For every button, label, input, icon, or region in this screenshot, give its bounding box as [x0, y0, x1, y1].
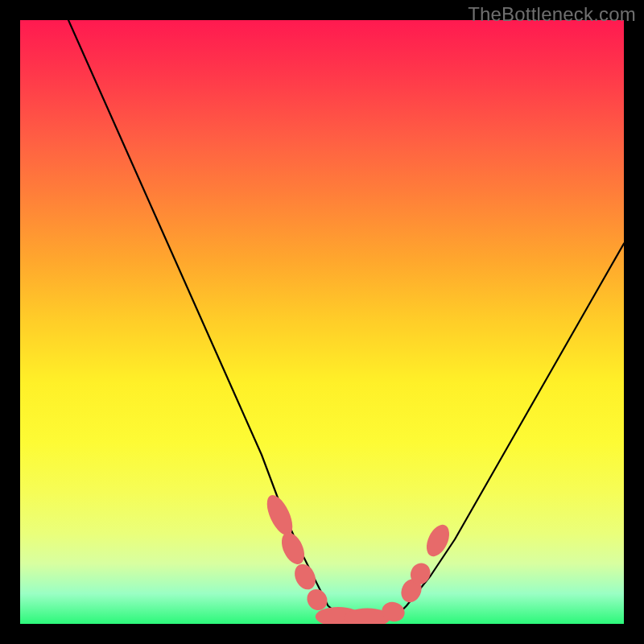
curve-svg [20, 20, 624, 624]
plot-area [20, 20, 624, 624]
bottleneck-curve [68, 20, 624, 621]
curve-marker [291, 560, 320, 592]
marker-group [262, 491, 454, 624]
chart-frame: TheBottleneck.com [0, 0, 644, 644]
curve-marker [422, 521, 454, 559]
curve-marker [277, 529, 309, 568]
watermark-text: TheBottleneck.com [468, 3, 636, 26]
